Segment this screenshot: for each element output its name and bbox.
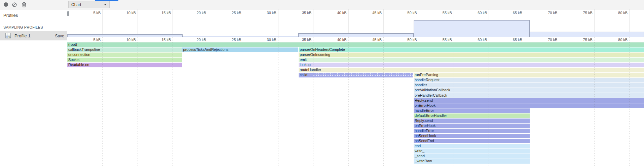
overview-tick-label: 40 kB <box>337 11 346 15</box>
flame-tick-label: 40 kB <box>337 38 346 42</box>
flame-tick-label: 35 kB <box>302 38 311 42</box>
block-icon <box>12 2 17 7</box>
sampling-profiles-header: SAMPLING PROFILES <box>0 21 67 31</box>
overview-tick-label: 45 kB <box>372 11 382 15</box>
overview-tick-label: 30 kB <box>267 11 276 15</box>
overview-tick-label: 65 kB <box>513 11 522 15</box>
toolbar-separator <box>18 2 18 7</box>
overview-tick-label: 20 kB <box>197 11 206 15</box>
toolbar: Chart <box>0 0 644 9</box>
flame-bar-write_[interactable]: write_ <box>414 149 530 154</box>
flame-bar-handler[interactable]: handler <box>414 83 644 88</box>
flame-tick-label: 50 kB <box>407 38 417 42</box>
flame-tick-label: 60 kB <box>478 38 487 42</box>
flame-bar-parserOnIncoming[interactable]: parserOnIncoming <box>299 53 644 57</box>
overview-gridline <box>208 9 208 37</box>
flame-bar-Readable.on[interactable]: Readable.on <box>67 63 182 67</box>
record-button[interactable] <box>1 0 10 9</box>
flame-chart-ruler: 5 kB10 kB15 kB20 kB25 kB30 kB35 kB40 kB4… <box>67 37 644 42</box>
overview-tick-label: 60 kB <box>478 11 487 15</box>
overview-tick-label: 70 kB <box>548 11 557 15</box>
overview-memory-step <box>530 32 644 37</box>
chart-view-select[interactable]: Chart <box>68 1 110 8</box>
flame-bar-child[interactable]: child <box>299 73 412 77</box>
flame-bar-onErrorHook[interactable]: onErrorHook <box>414 124 530 128</box>
overview-tick-label: 35 kB <box>302 11 311 15</box>
chevron-down-icon <box>104 4 107 5</box>
flame-tick-label: 10 kB <box>126 38 136 42</box>
flame-bar-onconnection[interactable]: onconnection <box>67 53 182 57</box>
save-profile-link[interactable]: Save <box>55 34 64 38</box>
trash-icon <box>22 2 27 7</box>
flame-tick-label: 75 kB <box>583 38 593 42</box>
flame-tick-label: 25 kB <box>232 38 241 42</box>
sidebar-item-profile-1[interactable]: % Profile 1 Save <box>0 31 67 40</box>
overview-memory-step <box>298 33 414 37</box>
flame-bar-handleError[interactable]: handleError <box>414 108 530 113</box>
flame-bar-callbackTrampoline[interactable]: callbackTrampoline <box>67 47 182 52</box>
overview-gridline <box>243 9 243 37</box>
flame-bar-root[interactable]: (root) <box>67 42 644 47</box>
flame-bar-onSendEnd[interactable]: onSendEnd <box>414 139 530 143</box>
flame-bar-routeHandler[interactable]: routeHandler <box>299 68 644 72</box>
flame-bar-onSendHook[interactable]: onSendHook <box>414 134 530 138</box>
memory-overview-pane[interactable]: 5 kB10 kB15 kB20 kB25 kB30 kB35 kB40 kB4… <box>67 9 644 37</box>
sidebar: Profiles SAMPLING PROFILES % Profile 1 S… <box>0 9 67 166</box>
overview-tick-label: 5 kB <box>93 11 101 15</box>
flame-tick-label: 30 kB <box>267 38 276 42</box>
overview-tick-label: 25 kB <box>232 11 241 15</box>
overview-memory-step <box>414 20 530 37</box>
overview-gridline <box>173 9 173 37</box>
record-icon <box>4 2 8 7</box>
flame-bar-lookup[interactable]: lookup <box>299 63 644 67</box>
flame-tick-label: 70 kB <box>548 38 557 42</box>
overview-tick-label: 75 kB <box>583 11 593 15</box>
sidebar-title: Profiles <box>0 9 67 21</box>
overview-gridline <box>102 9 103 37</box>
overview-tick-label: 50 kB <box>407 11 417 15</box>
chart-view-select-value: Chart <box>71 2 81 7</box>
flame-bar-end[interactable]: end <box>414 144 530 148</box>
overview-gridline <box>348 9 349 37</box>
flame-bar-preValidationCallback[interactable]: preValidationCallback <box>414 88 644 93</box>
flame-bar-processTicksAndRejections[interactable]: processTicksAndRejections <box>182 47 298 52</box>
overview-range-handle[interactable] <box>67 11 69 16</box>
flame-tick-label: 5 kB <box>93 38 101 42</box>
flame-bar-runPreParsing[interactable]: runPreParsing <box>414 73 644 77</box>
flame-tick-label: 80 kB <box>618 38 628 42</box>
flame-bar-_writeRaw[interactable]: _writeRaw <box>414 159 530 164</box>
flame-bar-Reply.send[interactable]: Reply.send <box>414 119 530 123</box>
profile-document-icon: % <box>5 33 11 39</box>
delete-profile-button[interactable] <box>20 0 28 9</box>
flame-bar-_send[interactable]: _send <box>414 154 530 159</box>
flame-bar-onErrorHook[interactable]: onErrorHook <box>414 103 644 108</box>
profile-name: Profile 1 <box>14 33 31 38</box>
overview-gridline <box>138 9 138 37</box>
flame-tick-label: 20 kB <box>197 38 206 42</box>
svg-text:%: % <box>9 36 11 38</box>
heap-flame-chart-pane: 5 kB10 kB15 kB20 kB25 kB30 kB35 kB40 kB4… <box>67 9 644 166</box>
flame-tick-label: 15 kB <box>161 38 171 42</box>
bar-dot-pattern <box>313 73 412 77</box>
flame-tick-label: 45 kB <box>372 38 382 42</box>
flame-bar-handleError[interactable]: handleError <box>414 129 530 133</box>
overview-tick-label: 15 kB <box>161 11 171 15</box>
flame-bar-emit[interactable]: emit <box>299 58 644 62</box>
flame-bar-defaultErrorHandler[interactable]: defaultErrorHandler <box>414 113 530 118</box>
flame-tick-label: 55 kB <box>443 38 452 42</box>
overview-tick-label: 55 kB <box>443 11 452 15</box>
flame-chart-rows: (root)callbackTrampolineprocessTicksAndR… <box>67 42 644 166</box>
overview-gridline <box>313 9 313 37</box>
flame-bar-Reply.send[interactable]: Reply.send <box>414 98 644 103</box>
overview-tick-label: 10 kB <box>126 11 136 15</box>
flame-bar-parserOnHeadersComplete[interactable]: parserOnHeadersComplete <box>299 47 644 52</box>
overview-tick-label: 80 kB <box>618 11 628 15</box>
overview-gridline <box>383 9 384 37</box>
overview-memory-step <box>67 34 183 37</box>
flame-bar-preHandlerCallback[interactable]: preHandlerCallback <box>414 93 644 98</box>
flame-bar-Socket[interactable]: Socket <box>67 58 182 62</box>
overview-gridline <box>278 9 278 37</box>
flame-bar-handleRequest[interactable]: handleRequest <box>414 78 644 82</box>
flame-tick-label: 65 kB <box>513 38 522 42</box>
